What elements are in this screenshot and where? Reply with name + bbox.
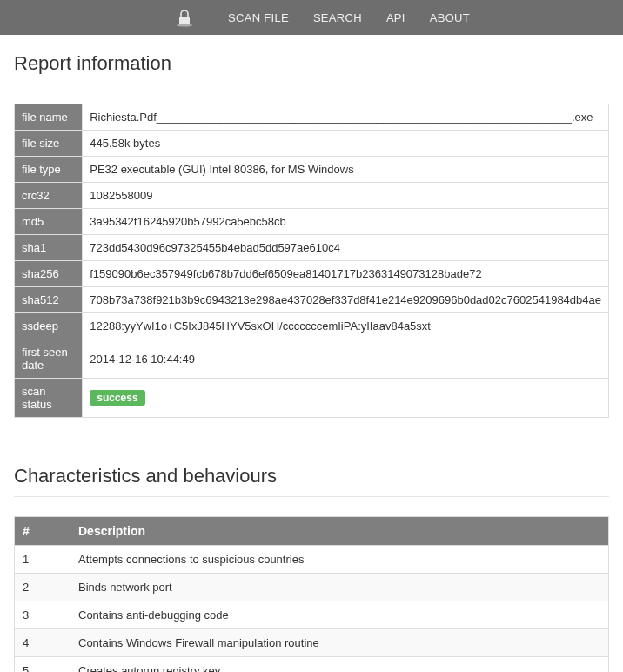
report-row-key: file size: [15, 131, 83, 157]
nav-about[interactable]: ABOUT: [430, 11, 470, 24]
behaviour-row: 1Attempts connections to suspicious coun…: [15, 546, 609, 574]
report-row-key: crc32: [15, 183, 83, 209]
report-row-key: file name: [15, 104, 83, 131]
behaviours-table: # Description 1Attempts connections to s…: [14, 516, 609, 672]
report-row: scan statussuccess: [15, 379, 609, 418]
behaviour-row-num: 4: [15, 629, 70, 657]
report-row-value: 723dd5430d96c97325455b4ebad5dd597ae610c4: [83, 235, 609, 261]
behaviours-header-desc: Description: [70, 517, 609, 546]
report-row: sha256f159090b6ec357949fcb678b7dd6ef6509…: [15, 261, 609, 287]
report-row: file typePE32 executable (GUI) Intel 803…: [15, 157, 609, 183]
behaviour-row-num: 3: [15, 601, 70, 629]
behaviour-row-num: 1: [15, 546, 70, 574]
report-row-value: Richiesta.Pdf___________________________…: [83, 104, 609, 131]
report-row-value: success: [83, 379, 609, 418]
report-row-value: 445.58k bytes: [83, 131, 609, 157]
nav-search[interactable]: SEARCH: [313, 11, 362, 24]
nav-scan-file[interactable]: SCAN FILE: [228, 11, 289, 24]
svg-point-1: [177, 24, 192, 26]
main-content: Report information file nameRichiesta.Pd…: [0, 35, 623, 672]
report-row: sha512708b73a738f921b3b9c6943213e298ae43…: [15, 287, 609, 313]
report-row-value: 708b73a738f921b3b9c6943213e298ae437028ef…: [83, 287, 609, 313]
report-row-value: PE32 executable (GUI) Intel 80386, for M…: [83, 157, 609, 183]
behaviour-row-desc: Contains anti-debugging code: [70, 601, 609, 629]
report-row-key: md5: [15, 209, 83, 235]
behaviour-row: 2Binds network port: [15, 574, 609, 601]
report-info-table: file nameRichiesta.Pdf__________________…: [14, 104, 609, 418]
report-row: file nameRichiesta.Pdf__________________…: [15, 104, 609, 131]
report-row-key: sha512: [15, 287, 83, 313]
report-row-key: file type: [15, 157, 83, 183]
nav-api[interactable]: API: [386, 11, 405, 24]
report-row: ssdeep12288:yyYwI1o+C5IxJ845HYV5sxOH/ccc…: [15, 313, 609, 339]
report-row-key: sha1: [15, 235, 83, 261]
behaviours-heading: Characteristics and behaviours: [14, 465, 609, 487]
report-row-value: 2014-12-16 10:44:49: [83, 339, 609, 379]
behaviour-row: 4Contains Windows Firewall manipulation …: [15, 629, 609, 657]
report-row-key: ssdeep: [15, 313, 83, 339]
report-row-key: first seen date: [15, 339, 83, 379]
report-row-key: scan status: [15, 379, 83, 418]
report-row: file size445.58k bytes: [15, 131, 609, 157]
behaviours-header-num: #: [15, 517, 70, 546]
report-row-value: 12288:yyYwI1o+C5IxJ845HYV5sxOH/cccccccem…: [83, 313, 609, 339]
divider: [14, 84, 609, 84]
report-row-value: f159090b6ec357949fcb678b7dd6ef6509ea8140…: [83, 261, 609, 287]
report-row: first seen date2014-12-16 10:44:49: [15, 339, 609, 379]
spacer: [14, 418, 609, 461]
report-row: md53a95342f16245920b57992ca5ebc58cb: [15, 209, 609, 235]
behaviour-row: 3Contains anti-debugging code: [15, 601, 609, 629]
report-row-value: 1082558009: [83, 183, 609, 209]
report-info-heading: Report information: [14, 52, 609, 75]
behaviour-row-num: 5: [15, 657, 70, 673]
status-badge: success: [90, 390, 144, 406]
behaviour-row: 5Creates autorun registry key: [15, 657, 609, 673]
behaviour-row-desc: Creates autorun registry key: [70, 657, 609, 673]
behaviour-row-num: 2: [15, 574, 70, 601]
behaviour-row-desc: Binds network port: [70, 574, 609, 601]
report-row: crc321082558009: [15, 183, 609, 209]
report-row-key: sha256: [15, 261, 83, 287]
svg-rect-0: [179, 17, 190, 24]
divider: [14, 496, 609, 497]
behaviour-row-desc: Attempts connections to suspicious count…: [70, 546, 609, 574]
top-navbar: SCAN FILE SEARCH API ABOUT: [0, 0, 623, 35]
report-row-value: 3a95342f16245920b57992ca5ebc58cb: [83, 209, 609, 235]
report-row: sha1723dd5430d96c97325455b4ebad5dd597ae6…: [15, 235, 609, 261]
behaviour-row-desc: Contains Windows Firewall manipulation r…: [70, 629, 609, 657]
logo-icon: [174, 7, 195, 28]
